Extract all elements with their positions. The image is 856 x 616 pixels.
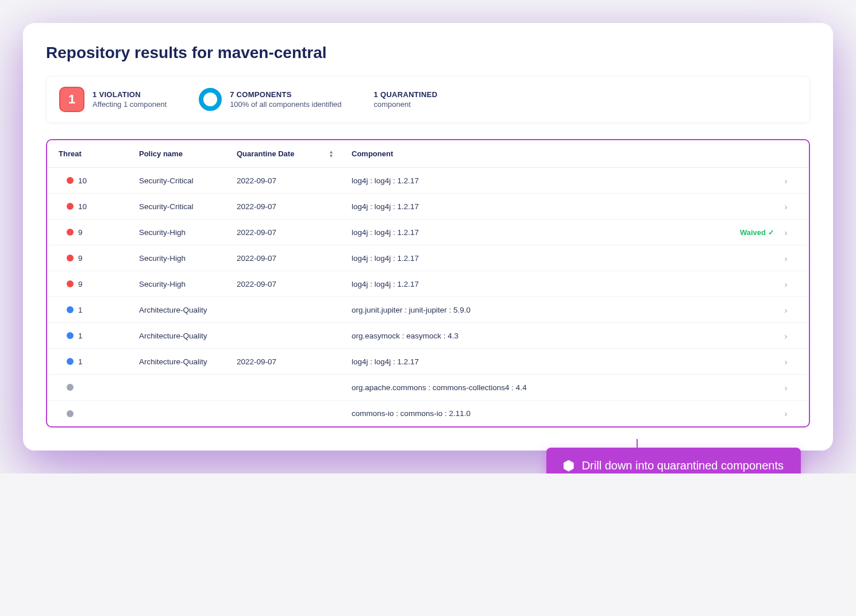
policy-name: Security-Critical	[139, 202, 237, 211]
component-name: log4j : log4j : 1.2.17	[352, 357, 723, 366]
chevron-right-icon[interactable]: ›	[774, 202, 797, 211]
table-row[interactable]: 9Security-High2022-09-07log4j : log4j : …	[47, 271, 809, 297]
results-card: Repository results for maven-central 1 1…	[23, 23, 833, 451]
table-row[interactable]: 1Architecture-Qualityorg.easymock : easy…	[47, 323, 809, 349]
violations-sub: Affecting 1 component	[92, 100, 167, 109]
chevron-right-icon[interactable]: ›	[774, 279, 797, 289]
threat-value: 9	[78, 280, 83, 288]
policy-name: Security-High	[139, 254, 237, 263]
chevron-right-icon[interactable]: ›	[774, 305, 797, 315]
waived-badge: Waived✓	[723, 228, 774, 237]
threat-value: 9	[78, 228, 83, 237]
summary-quarantined: 1 QUARANTINED component	[374, 90, 438, 109]
components-sub: 100% of all components identified	[230, 100, 341, 109]
table-row[interactable]: 1Architecture-Qualityorg.junit.jupiter :…	[47, 297, 809, 323]
policy-name: Security-High	[139, 228, 237, 237]
chevron-right-icon[interactable]: ›	[774, 409, 797, 418]
policy-name: Security-High	[139, 280, 237, 288]
policy-name: Security-Critical	[139, 176, 237, 185]
results-table: Threat Policy name Quarantine Date ▲▼ Co…	[46, 139, 810, 428]
col-component[interactable]: Component	[352, 149, 723, 158]
quarantine-date: 2022-09-07	[237, 357, 352, 366]
table-row[interactable]: 1Architecture-Quality2022-09-07log4j : l…	[47, 349, 809, 375]
component-name: org.junit.jupiter : junit-jupiter : 5.9.…	[352, 306, 723, 314]
component-name: log4j : log4j : 1.2.17	[352, 176, 723, 185]
threat-dot-icon	[67, 229, 74, 236]
quarantine-date: 2022-09-07	[237, 202, 352, 211]
quarantine-date: 2022-09-07	[237, 228, 352, 237]
col-quarantine-date[interactable]: Quarantine Date ▲▼	[237, 149, 352, 158]
table-header: Threat Policy name Quarantine Date ▲▼ Co…	[47, 140, 809, 168]
callout-banner[interactable]: Drill down into quarantined components	[546, 448, 801, 473]
col-policy[interactable]: Policy name	[139, 149, 237, 158]
page-title: Repository results for maven-central	[46, 44, 810, 62]
threat-dot-icon	[67, 384, 74, 391]
summary-bar: 1 1 VIOLATION Affecting 1 component 7 CO…	[46, 76, 810, 123]
threat-value: 10	[78, 176, 87, 185]
policy-name: Architecture-Quality	[139, 306, 237, 314]
component-name: log4j : log4j : 1.2.17	[352, 280, 723, 288]
summary-violations: 1 1 VIOLATION Affecting 1 component	[59, 87, 167, 112]
threat-dot-icon	[67, 410, 74, 417]
table-row[interactable]: 10Security-Critical2022-09-07log4j : log…	[47, 194, 809, 220]
threat-dot-icon	[67, 358, 74, 365]
summary-components: 7 COMPONENTS 100% of all components iden…	[199, 88, 341, 111]
threat-value: 1	[78, 332, 83, 340]
threat-value: 9	[78, 254, 83, 263]
callout-text: Drill down into quarantined components	[582, 459, 784, 472]
sort-icon: ▲▼	[329, 150, 333, 158]
quarantine-date: 2022-09-07	[237, 280, 352, 288]
component-name: org.easymock : easymock : 4.3	[352, 332, 723, 340]
component-name: log4j : log4j : 1.2.17	[352, 254, 723, 263]
table-row[interactable]: 10Security-Critical2022-09-07log4j : log…	[47, 168, 809, 194]
table-row[interactable]: 9Security-High2022-09-07log4j : log4j : …	[47, 220, 809, 245]
table-row[interactable]: commons-io : commons-io : 2.11.0›	[47, 401, 809, 426]
quarantined-sub: component	[374, 100, 438, 109]
threat-dot-icon	[67, 255, 74, 261]
policy-name: Architecture-Quality	[139, 357, 237, 366]
chevron-right-icon[interactable]: ›	[774, 331, 797, 341]
threat-dot-icon	[67, 306, 74, 313]
threat-value: 10	[78, 202, 87, 211]
donut-icon	[199, 88, 222, 111]
col-threat[interactable]: Threat	[59, 149, 139, 158]
component-name: org.apache.commons : commons-collections…	[352, 383, 723, 392]
table-row[interactable]: 9Security-High2022-09-07log4j : log4j : …	[47, 245, 809, 271]
threat-dot-icon	[67, 332, 74, 339]
component-name: commons-io : commons-io : 2.11.0	[352, 409, 723, 418]
components-heading: 7 COMPONENTS	[230, 90, 341, 99]
table-row[interactable]: org.apache.commons : commons-collections…	[47, 375, 809, 401]
threat-dot-icon	[67, 203, 74, 210]
quarantine-date: 2022-09-07	[237, 176, 352, 185]
hexagon-icon	[564, 460, 574, 472]
check-icon: ✓	[768, 228, 774, 237]
threat-dot-icon	[67, 177, 74, 184]
policy-name: Architecture-Quality	[139, 332, 237, 340]
chevron-right-icon[interactable]: ›	[774, 253, 797, 263]
threat-dot-icon	[67, 280, 74, 287]
component-name: log4j : log4j : 1.2.17	[352, 202, 723, 211]
threat-value: 1	[78, 306, 83, 314]
chevron-right-icon[interactable]: ›	[774, 383, 797, 392]
violations-heading: 1 VIOLATION	[92, 90, 167, 99]
quarantined-heading: 1 QUARANTINED	[374, 90, 438, 99]
chevron-right-icon[interactable]: ›	[774, 357, 797, 367]
chevron-right-icon[interactable]: ›	[774, 176, 797, 186]
violation-count-badge: 1	[59, 87, 84, 112]
chevron-right-icon[interactable]: ›	[774, 228, 797, 237]
component-name: log4j : log4j : 1.2.17	[352, 228, 723, 237]
quarantine-date: 2022-09-07	[237, 254, 352, 263]
threat-value: 1	[78, 357, 83, 366]
